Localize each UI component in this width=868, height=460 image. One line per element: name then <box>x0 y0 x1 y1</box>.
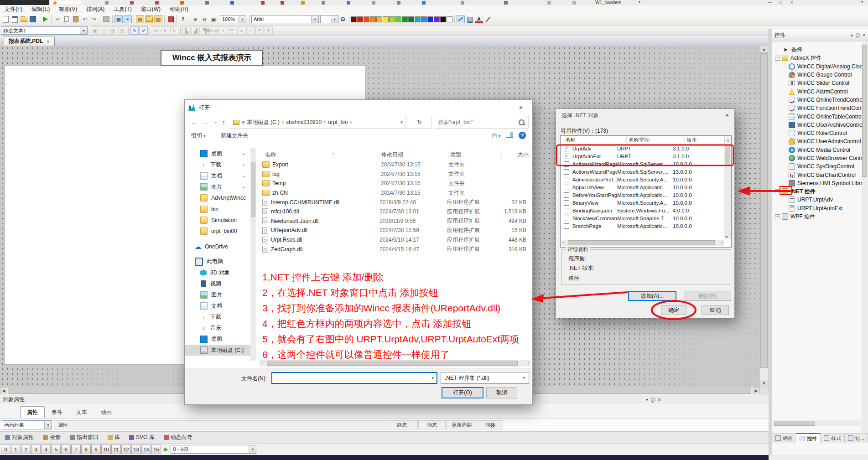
layer-button[interactable]: 7 <box>71 444 81 454</box>
window-selector-label[interactable]: W1_cwaiters <box>595 0 621 5</box>
v-scroll-thumb[interactable] <box>862 45 867 177</box>
column-name[interactable]: 名称 ^ <box>261 151 379 159</box>
checkbox[interactable]: ✓ <box>564 146 569 151</box>
color-swatch[interactable] <box>440 16 446 22</box>
checkbox[interactable]: ✓ <box>564 185 569 190</box>
ok-button[interactable]: 确定 <box>661 305 686 315</box>
new-folder-button[interactable]: 新建文件夹 <box>221 132 248 140</box>
special-character-icon[interactable]: Ω <box>339 15 347 23</box>
app-icon[interactable] <box>422 1 426 5</box>
file-row[interactable]: log 2024/7/30 13:15 文件夹 <box>261 170 530 179</box>
app-icon[interactable] <box>572 1 576 5</box>
menu-item[interactable]: 视图(V) <box>54 5 82 13</box>
net-dialog-titlebar[interactable]: 选择 .NET 对象 × <box>556 109 734 122</box>
tree-item-control[interactable]: WinCC SysDiagControl <box>772 162 862 171</box>
help-icon[interactable]: ? <box>519 132 526 139</box>
search-icon[interactable] <box>519 119 525 125</box>
tree-item-control[interactable]: WinCC OnlineTableControl <box>772 112 862 120</box>
tree-group-net[interactable]: − .NET 控件 <box>772 187 862 196</box>
layer-button[interactable]: 6 <box>61 444 71 454</box>
layer-button[interactable]: 9 <box>91 444 101 454</box>
net-control-row[interactable]: ✓ BranchPage Microsoft.Applicatio... 10.… <box>561 222 724 230</box>
apply-properties-icon[interactable]: ✐ <box>140 26 148 35</box>
grid-toggle-icon[interactable]: ▦ <box>114 15 123 23</box>
menu-item[interactable]: 窗口(W) <box>136 5 165 13</box>
chevron-down-icon[interactable]: ▾ <box>311 16 318 23</box>
tree-item-control[interactable]: Siemens HMI Symbol Library <box>772 179 862 187</box>
checkbox[interactable]: ✓ <box>564 169 569 175</box>
scroll-left-icon[interactable]: ‹ <box>562 240 564 245</box>
file-row[interactable]: Urpt.Rsos.dll 2024/5/10 14:17 应用程序扩展 448… <box>261 235 530 245</box>
app-icon[interactable] <box>205 1 209 5</box>
filename-input[interactable]: ▾ <box>271 372 437 384</box>
layer-button[interactable]: 2 <box>21 444 31 454</box>
tab-texts[interactable]: 文本 <box>69 406 94 418</box>
h-scroll-thumb[interactable] <box>568 240 715 245</box>
layer-next-icon[interactable]: ▶ <box>164 446 168 452</box>
view-mode-icon[interactable]: ▤ ▾ <box>492 132 500 139</box>
file-row[interactable]: Interop.CCHMIRUNTIME.dll 2018/3/9 22:40 … <box>261 197 530 207</box>
checkbox[interactable]: ✓ <box>564 154 569 159</box>
scroll-left-icon[interactable]: ◀ <box>0 387 7 394</box>
tree-item-control[interactable]: URPT.UrptAutoExt <box>772 204 862 212</box>
flip-horizontal-icon[interactable]: ⇄ <box>152 26 160 35</box>
scroll-up-icon[interactable]: ^ <box>251 149 253 153</box>
scroll-right-icon[interactable]: ▶ <box>753 387 760 394</box>
font-family-select[interactable]: Arial ▾ <box>251 15 319 23</box>
nav-item[interactable]: ☁ OneDrive <box>185 241 250 252</box>
tree-item-control[interactable]: WinCC FunctionTrendControl <box>772 104 862 112</box>
tree-item-control[interactable]: WinCC UserAdminControl <box>772 137 862 145</box>
column-name[interactable]: 名称 <box>561 137 627 144</box>
save-icon[interactable] <box>29 15 37 23</box>
distribute-vertical-icon[interactable]: ⇳ <box>246 26 255 35</box>
tree-item-control[interactable]: WinCC UserArchiveControl <box>772 121 862 129</box>
context-help-icon[interactable]: ? <box>179 15 187 23</box>
paste-icon[interactable] <box>72 15 80 23</box>
docked-tab[interactable]: 变量 <box>39 432 65 443</box>
file-row[interactable]: zh-CN 2024/7/30 13:15 文件夹 <box>261 188 530 198</box>
tab-properties[interactable]: 属性 <box>20 406 45 418</box>
chevron-down-icon[interactable]: ▾ <box>646 397 648 402</box>
color-swatch[interactable] <box>357 16 363 22</box>
nav-item[interactable]: 桌面 <box>185 334 250 345</box>
grid-header-attribute[interactable]: 属性 <box>54 420 385 429</box>
bring-front-icon[interactable]: ▤ <box>109 26 117 35</box>
open-file-icon[interactable] <box>20 15 28 23</box>
tree-group-activex[interactable]: − ActiveX 控件 <box>772 54 862 62</box>
layer-button[interactable]: 11 <box>111 444 121 454</box>
color-swatch[interactable] <box>395 16 401 22</box>
h-scroll-thumb[interactable] <box>774 421 815 426</box>
recent-locations-icon[interactable]: ▾ <box>215 120 217 124</box>
stamp-icon[interactable] <box>166 15 175 23</box>
app-icon[interactable] <box>461 1 464 5</box>
breadcrumb-segment[interactable]: 本地磁盘 (C:) <box>247 119 280 126</box>
tab-close-icon[interactable]: × <box>47 39 49 44</box>
library-toggle-icon[interactable]: ▤ <box>136 15 144 23</box>
align-right-icon[interactable]: ▟ <box>192 26 200 35</box>
layer-button[interactable]: 5 <box>51 444 61 454</box>
net-control-row[interactable]: ✓ BeforeYouStartPage Microsoft.Applicati… <box>561 191 724 199</box>
net-control-row[interactable]: ✓ AppxListView Microsoft.Applicatio... 1… <box>561 183 724 191</box>
layer-button[interactable]: 0 <box>1 444 10 454</box>
column-date[interactable]: 修改日期 <box>379 151 448 159</box>
align-bottom-icon[interactable]: �basis <box>210 26 218 35</box>
menu-item[interactable]: 工具(T) <box>109 5 136 13</box>
print-icon[interactable] <box>102 15 110 23</box>
breadcrumb-collapse[interactable]: « <box>242 119 245 125</box>
breadcrumb-segment[interactable]: sbshmi230910 <box>286 119 322 125</box>
center-vertical-icon[interactable]: ☰ <box>228 26 236 35</box>
chevron-down-icon[interactable]: ▾ <box>851 33 853 38</box>
tab-report-pdl[interactable]: 报表系统.PDL × <box>4 36 55 46</box>
center-horizontal-icon[interactable]: ≡ <box>219 26 227 35</box>
tab-styles[interactable]: 样式 <box>821 434 845 443</box>
app-icon[interactable] <box>281 1 284 5</box>
nav-item[interactable]: 此电脑 <box>185 256 250 267</box>
line-color-icon[interactable] <box>457 15 465 23</box>
tree-item-control[interactable]: WinCC Gauge Control <box>772 71 862 79</box>
color-swatch[interactable] <box>434 16 440 22</box>
menu-item[interactable]: 文件(F) <box>0 5 27 13</box>
close-button[interactable]: × <box>790 0 793 5</box>
tab-standard[interactable]: 标准 <box>772 434 796 443</box>
open-dialog-titlebar[interactable]: 打开 × <box>185 100 532 115</box>
checkbox[interactable]: ✓ <box>564 161 569 167</box>
